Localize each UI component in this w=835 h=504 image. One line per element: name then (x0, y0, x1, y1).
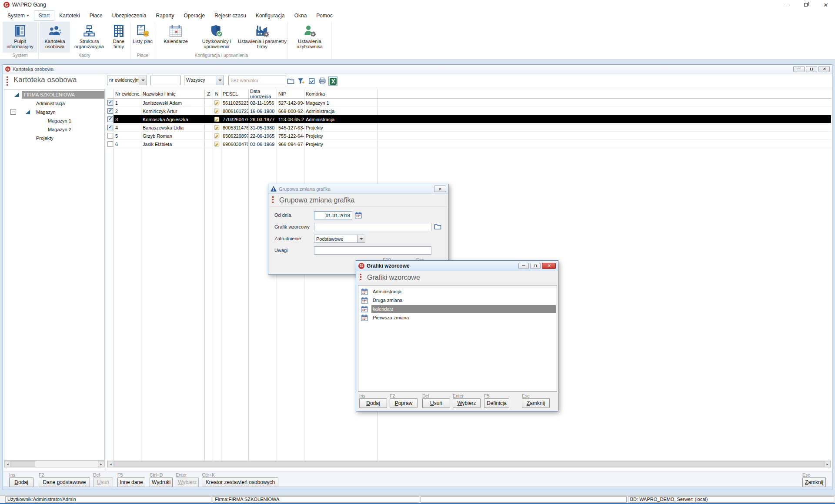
column-header-komórka[interactable]: Komórka (304, 89, 377, 99)
ribbon-button-pulpit-informacyjny[interactable]: Pulpit informacyjny (3, 22, 37, 53)
chevron-down-icon[interactable] (216, 76, 224, 85)
table-row[interactable]: 5Grzyb Roman6506220897522-06-1965755-122… (107, 132, 831, 140)
ribbon-button-ustawienia-użytkownika[interactable]: Ustawienia użytkownika (289, 22, 331, 53)
toolbar-printer-icon[interactable] (317, 76, 327, 86)
restore-button[interactable] (806, 66, 817, 72)
menu-ubezpieczenia[interactable]: Ubezpieczenia (107, 10, 151, 21)
tree-hscrollbar[interactable]: ◂ ▸ (4, 461, 105, 468)
table-row[interactable]: 1Janiszewski Adam5611025223102-11-195652… (107, 99, 831, 107)
folder-icon[interactable] (434, 223, 441, 230)
button-inne-dane[interactable]: Inne dane (117, 477, 145, 487)
ribbon-button-struktura-organizacyjna[interactable]: Struktura organizacyjna (70, 22, 108, 53)
button-dodaj[interactable]: Dodaj (359, 398, 387, 408)
column-header-data-urodzenia[interactable]: Data urodzenia (248, 89, 277, 99)
list-item-pierwsza-zmiana[interactable]: Pierwsza zmiana (358, 313, 557, 322)
menu-raporty[interactable]: Raporty (151, 10, 179, 21)
search-input[interactable] (150, 76, 181, 85)
dialog-titlebar[interactable]: Grafiki wzorcowe ✕ (356, 261, 558, 271)
scroll-right-icon[interactable]: ▸ (824, 461, 831, 467)
column-header-nip[interactable]: NIP (277, 89, 304, 99)
scroll-right-icon[interactable]: ▸ (98, 461, 104, 467)
drag-handle[interactable] (7, 76, 8, 86)
table-row[interactable]: 3Komoszka Agnieszka7703260478826-03-1977… (107, 115, 831, 123)
minimize-button[interactable] (793, 66, 805, 72)
toolbar-folder-icon[interactable] (286, 76, 295, 86)
collapse-icon[interactable] (10, 109, 16, 115)
list-item-druga-zmiana[interactable]: Druga zmiana (358, 296, 557, 305)
list-item-administracja[interactable]: Administracja (358, 287, 557, 296)
chevron-down-icon[interactable] (357, 235, 365, 242)
menu-okna[interactable]: Okna (290, 10, 312, 21)
ribbon-button-dane-firmy[interactable]: Dane firmy (108, 22, 129, 53)
dialog-titlebar[interactable]: Grupowa zmiana grafika ✕ (268, 184, 448, 194)
button-usuń[interactable]: Usuń (422, 398, 450, 408)
column-header-z[interactable]: Z (204, 89, 213, 99)
close-button[interactable]: ✕ (818, 66, 830, 72)
row-checkbox[interactable] (107, 116, 113, 122)
menu-rejestr-czasu[interactable]: Rejestr czasu (210, 10, 251, 21)
ribbon-button-ustawienia-i-parametry-firmy[interactable]: Ustawienia i parametry firmy (238, 22, 287, 53)
filter-scope-select[interactable]: Wszyscy (184, 76, 224, 85)
column-header-n[interactable]: N (213, 89, 221, 99)
splitter[interactable] (106, 89, 106, 471)
tree-item-firma-szkoleniowa[interactable]: FIRMA SZKOLENIOWA (4, 90, 104, 99)
ribbon-button-kalendarze[interactable]: Kalendarze (156, 22, 195, 53)
button-definicja[interactable]: Definicja (484, 398, 509, 408)
menu-pomoc[interactable]: Pomoc (311, 10, 337, 21)
tree-item-administracja[interactable]: Administracja (4, 99, 104, 108)
button-dane-podstawowe[interactable]: Dane podstawowe (39, 477, 90, 487)
grafik-wzorcowy-input[interactable] (314, 223, 431, 231)
row-checkbox[interactable] (107, 108, 113, 114)
minimize-button[interactable] (776, 0, 796, 10)
close-button[interactable]: ✕ (542, 263, 556, 269)
calendar-icon[interactable] (355, 212, 362, 219)
ribbon-button-kartoteka-osobowa[interactable]: Kartoteka osobowa (40, 22, 70, 53)
button-dodaj[interactable]: Dodaj (9, 477, 33, 487)
restore-button[interactable] (530, 263, 541, 269)
toolbar-excel-icon[interactable] (328, 76, 337, 86)
column-header-nazwisko-i-imię[interactable]: Nazwisko i imię (141, 89, 204, 99)
od-dnia-input[interactable] (314, 211, 352, 219)
menu-konfiguracja[interactable]: Konfiguracja (251, 10, 290, 21)
chevron-down-icon[interactable] (139, 76, 147, 85)
row-checkbox[interactable] (107, 125, 113, 130)
menu-operacje[interactable]: Operacje (179, 10, 210, 21)
filter-field-select[interactable]: nr ewidencyjny (107, 76, 147, 85)
button-wybierz[interactable]: Wybierz (453, 398, 481, 408)
table-hscrollbar[interactable]: ◂ ▸ (107, 461, 831, 468)
toolbar-filter-icon[interactable] (297, 76, 306, 86)
ribbon-button-listy-płac[interactable]: LPListy płac (131, 22, 154, 53)
scroll-thumb[interactable] (114, 461, 824, 467)
row-checkbox[interactable] (107, 100, 113, 106)
drag-handle[interactable] (272, 196, 274, 204)
scroll-left-icon[interactable]: ◂ (107, 461, 114, 467)
menu-system[interactable]: System (3, 10, 34, 21)
minimize-button[interactable] (518, 263, 529, 269)
tree-item-projekty[interactable]: Projekty (4, 134, 104, 143)
button-popraw[interactable]: Popraw (390, 398, 418, 408)
toolbar-checkbox-icon[interactable] (307, 76, 316, 86)
zatrudnienie-select[interactable]: Podstawowe (314, 235, 365, 243)
filter-condition-input[interactable] (228, 76, 286, 85)
tree-item-magazyn-2[interactable]: Magazyn 2 (4, 125, 104, 134)
column-header-nr-ewidenc-[interactable]: Nr ewidenc. (114, 89, 141, 99)
mdi-titlebar[interactable]: Kartoteka osobowa ✕ (3, 65, 832, 73)
menu-płace[interactable]: Płace (85, 10, 107, 21)
ribbon-button-użytkownicy-i-uprawnienia[interactable]: Użytkownicy i uprawnienia (195, 22, 238, 53)
row-checkbox[interactable] (107, 133, 113, 139)
column-header-pesel[interactable]: PESEL (221, 89, 248, 99)
list-item-kalendarz[interactable]: kalendarz (358, 305, 557, 313)
tree-item-magazyn[interactable]: Magazyn (4, 108, 104, 116)
scroll-thumb[interactable] (11, 461, 35, 467)
button-zamknij[interactable]: Zamknij (522, 398, 550, 408)
button-wybierz[interactable]: Wybierz (176, 477, 199, 487)
menu-kartoteki[interactable]: Kartoteki (54, 10, 84, 21)
uwagi-input[interactable] (314, 246, 431, 255)
button-kreator-zestawień-osobowych[interactable]: Kreator zestawień osobowych (202, 477, 278, 487)
tree-item-magazyn-1[interactable]: Magazyn 1 (4, 116, 104, 125)
table-row[interactable]: 6Jasik Elżbieta6906030470103-06-1969966-… (107, 140, 831, 148)
button-zamknij[interactable]: Zamknij (802, 477, 826, 487)
table-row[interactable]: 2Komińczyk Artur8006161723816-06-1980669… (107, 107, 831, 115)
menu-start[interactable]: Start (34, 10, 54, 21)
row-checkbox[interactable] (107, 141, 113, 147)
